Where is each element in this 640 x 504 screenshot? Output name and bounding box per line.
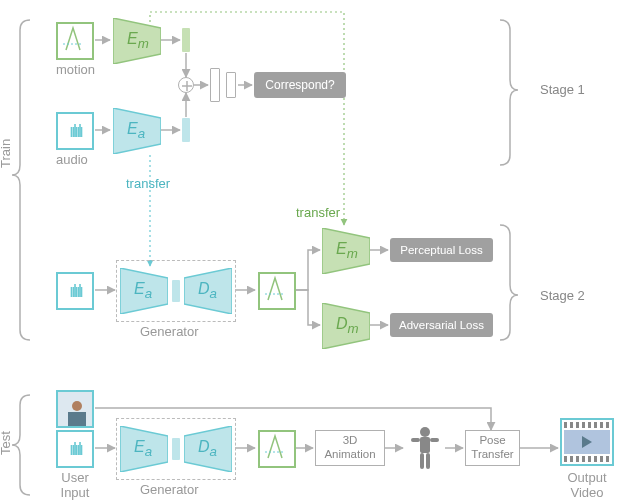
generator-label-stage2: Generator xyxy=(140,324,199,339)
generator-label-test: Generator xyxy=(140,482,199,497)
add-op-icon xyxy=(178,77,194,93)
perceptual-loss-box: Perceptual Loss xyxy=(390,238,493,262)
output-video-box xyxy=(560,418,614,466)
correspond-output: Correspond? xyxy=(254,72,346,98)
svg-rect-36 xyxy=(426,453,430,469)
svg-rect-35 xyxy=(420,453,424,469)
fc-layer-1 xyxy=(210,68,220,102)
bottleneck-feature xyxy=(172,280,180,302)
test-predicted-motion xyxy=(258,430,296,468)
test-bottleneck xyxy=(172,438,180,460)
transfer-teal-label: transfer xyxy=(126,176,170,191)
fc-layer-2 xyxy=(226,72,236,98)
audio-input-icon: ıılıılı xyxy=(56,112,94,150)
motion-label: motion xyxy=(56,62,95,77)
user-audio-input: ıılıılı xyxy=(56,430,94,468)
character-icon xyxy=(405,424,445,474)
output-video-label: Output Video xyxy=(560,470,614,500)
svg-rect-32 xyxy=(420,437,430,453)
test-section-label: Test xyxy=(0,431,13,455)
adversarial-loss-box: Adversarial Loss xyxy=(390,313,493,337)
svg-rect-34 xyxy=(430,438,439,442)
motion-feature xyxy=(182,28,190,52)
svg-point-31 xyxy=(420,427,430,437)
svg-rect-33 xyxy=(411,438,420,442)
animation-box: 3D Animation xyxy=(315,430,385,466)
svg-rect-28 xyxy=(68,412,86,426)
pose-transfer-box: Pose Transfer xyxy=(465,430,520,466)
stage1-label: Stage 1 xyxy=(540,82,585,97)
transfer-green-label: transfer xyxy=(296,205,340,220)
audio-input-icon-stage2: ıılıılı xyxy=(56,272,94,310)
user-input-label: User Input xyxy=(56,470,94,500)
train-section-label: Train xyxy=(0,139,13,168)
svg-point-27 xyxy=(72,401,82,411)
audio-label: audio xyxy=(56,152,88,167)
stage2-label: Stage 2 xyxy=(540,288,585,303)
audio-feature xyxy=(182,118,190,142)
motion-input-icon xyxy=(56,22,94,60)
predicted-motion-icon xyxy=(258,272,296,310)
user-image-input xyxy=(56,390,94,428)
